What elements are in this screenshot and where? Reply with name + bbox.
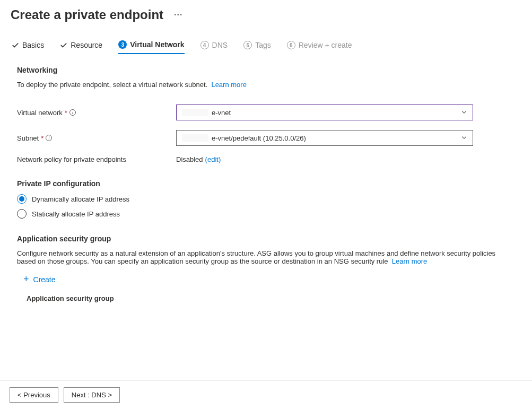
check-icon [60,41,67,49]
radio-dynamic-label: Dynamically allocate IP address [32,195,129,203]
redacted-prefix [182,109,208,116]
tab-resource-label: Resource [71,41,102,49]
title-text: Create a private endpoint [11,7,163,22]
ip-config-heading: Private IP configuration [17,179,515,188]
tab-virtual-network[interactable]: 3 Virtual Network [118,40,184,54]
radio-static-label: Statically allocate IP address [32,210,120,218]
ip-config-section: Private IP configuration Dynamically all… [17,179,515,219]
tab-tags-label: Tags [255,41,271,49]
radio-dot [19,196,24,202]
wizard-footer: < Previous Next : DNS > [0,380,532,409]
info-icon[interactable]: i [46,135,52,141]
policy-value-text: Disabled [176,155,203,163]
subnet-label: Subnet * i [17,134,176,142]
asg-heading: Application security group [17,234,515,243]
radio-dynamic[interactable]: Dynamically allocate IP address [17,194,515,204]
tab-dns-label: DNS [212,41,228,49]
previous-button[interactable]: < Previous [10,387,58,403]
subnet-dropdown[interactable]: e-vnet/pedefault (10.25.0.0/26) [176,130,473,146]
network-policy-edit-link[interactable]: (edit) [205,155,221,163]
required-asterisk: * [41,134,43,142]
subnet-value: e-vnet/pedefault (10.25.0.0/26) [182,134,306,142]
network-policy-label: Network policy for private endpoints [17,155,176,163]
virtual-network-label: Virtual network * i [17,109,176,117]
asg-description: Configure network security as a natural … [17,249,515,265]
tab-basics[interactable]: Basics [12,41,44,54]
virtual-network-row: Virtual network * i e-vnet [17,105,515,120]
networking-subtext: To deploy the private endpoint, select a… [17,81,515,89]
radio-static[interactable]: Statically allocate IP address [17,209,515,219]
asg-section: Application security group Configure net… [17,234,515,302]
next-button[interactable]: Next : DNS > [64,387,120,403]
redacted-prefix [182,134,208,142]
chevron-down-icon [461,109,467,117]
ip-config-radio-group: Dynamically allocate IP address Statical… [17,194,515,219]
tab-review[interactable]: 6 Review + create [287,41,352,54]
tab-tags[interactable]: 5 Tags [243,41,271,54]
check-icon [12,41,19,49]
tab-resource[interactable]: Resource [60,41,102,54]
tab-review-label: Review + create [299,41,352,49]
asg-create-button[interactable]: + Create [17,274,515,285]
networking-learn-more-link[interactable]: Learn more [211,81,246,89]
asg-table-header: Application security group [17,294,515,302]
subnet-row: Subnet * i e-vnet/pedefault (10.25.0.0/2… [17,130,515,146]
subnet-label-text: Subnet [17,134,39,142]
step-number-icon: 6 [287,41,295,49]
chevron-down-icon [461,134,467,142]
required-asterisk: * [65,109,67,117]
tab-basics-label: Basics [22,41,44,49]
radio-icon [17,209,27,219]
network-policy-row: Network policy for private endpoints Dis… [17,155,515,163]
wizard-tabs: Basics Resource 3 Virtual Network 4 DNS … [0,25,532,54]
subnet-value-text: e-vnet/pedefault (10.25.0.0/26) [212,134,306,142]
step-number-icon: 5 [243,41,252,49]
ellipsis-icon[interactable]: ··· [174,10,182,20]
virtual-network-value: e-vnet [182,109,231,117]
page-title: Create a private endpoint ··· [0,0,532,25]
step-number-icon: 4 [200,41,209,49]
asg-learn-more-link[interactable]: Learn more [392,257,427,265]
plus-icon: + [23,274,29,285]
info-icon[interactable]: i [69,109,76,116]
networking-subtext-body: To deploy the private endpoint, select a… [17,81,207,89]
radio-icon-selected [17,194,27,204]
vnet-value-text: e-vnet [212,109,231,117]
network-policy-value: Disabled (edit) [176,155,221,163]
step-number-icon: 3 [118,40,127,49]
tab-virtual-network-label: Virtual Network [130,40,184,49]
virtual-network-label-text: Virtual network [17,109,63,117]
networking-heading: Networking [17,66,515,74]
virtual-network-dropdown[interactable]: e-vnet [176,105,473,120]
content-area: Networking To deploy the private endpoin… [0,54,532,302]
tab-dns[interactable]: 4 DNS [200,41,228,54]
asg-create-label: Create [33,275,56,284]
